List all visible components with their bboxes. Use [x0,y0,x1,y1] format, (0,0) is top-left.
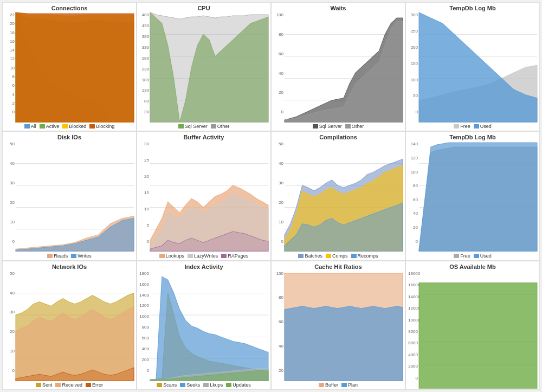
legend-item: Other [211,124,230,129]
legend-item: Free [454,124,470,129]
svg-marker-77 [419,282,537,388]
legend-label: Lkups [210,382,223,388]
legend-item: Recomps [351,253,378,259]
y-axis-label: 2000 [408,364,418,369]
y-axis-label: 0 [139,368,149,373]
y-axis-label: 480 [139,12,149,17]
legend-item: Lookups [159,253,184,259]
legend-label: Blocked [69,124,86,129]
chart-area-waits: 100806040200 [274,12,403,122]
y-axis-label: 1800 [139,271,149,276]
chart-title-indexactivity: Index Activity [184,264,223,270]
chart-indexactivity: Index Activity18001600140012001000800600… [137,261,271,390]
y-axis-label: 14000 [408,294,418,299]
chart-area-tempdb: 300250200150100500 [408,12,537,122]
legend-color-swatch [89,124,95,128]
y-axis-label: 10 [5,220,15,224]
svg-wrap-waits [285,12,403,122]
svg-wrap-indexactivity [150,271,268,381]
y-axis-networkios: 50403020100 [5,271,16,373]
chart-waits: Waits100806040200Sql ServerOther [271,2,405,131]
svg-wrap-compilations [285,142,403,251]
y-axis-label: 12000 [408,306,418,311]
y-axis-label: 1000 [139,314,149,319]
legend-tempdb: FreeUsed [454,122,492,130]
y-axis-diskios: 50403020100 [5,142,16,243]
legend-label: RAPages [228,253,248,259]
chart-area-networkios: 50403020100 [5,271,134,381]
y-axis-bufferactivity: 302520151050 [139,142,150,243]
legend-bufferactivity: LookupsLazyWritesRAPages [159,252,248,259]
y-axis-label: 10 [139,207,149,211]
legend-label: Plan [348,382,358,388]
legend-color-swatch [211,124,216,128]
legend-label: Recomps [358,253,378,259]
legend-label: Scans [163,382,177,388]
y-axis-label: 22 [5,12,15,17]
legend-label: Error [92,382,103,388]
y-axis-label: 130 [139,88,149,93]
legend-color-swatch [313,124,318,128]
y-axis-label: 0 [274,110,283,114]
legend-item: Active [40,124,60,129]
legend-color-swatch [188,254,193,258]
legend-color-swatch [40,124,45,128]
chart-connections: Connections2220181614121086420AllActiveB… [2,2,137,131]
svg-marker-7 [16,12,134,122]
legend-color-swatch [474,124,479,128]
y-axis-label: 6000 [408,340,418,345]
y-axis-label: 180 [139,78,149,82]
chart-area-tempdblogmb2: 140120100806040200 [408,142,537,251]
svg-marker-64 [150,277,268,381]
legend-color-swatch [71,254,76,258]
legend-color-swatch [226,383,231,387]
y-axis-label: 80 [408,183,418,188]
y-axis-label: 14 [5,48,15,53]
y-axis-cachehit: 10080604020 [274,271,285,373]
chart-diskios: Disk IOs50403020100ReadsWrites [2,131,137,260]
chart-tempdblogmb2: TempDb Log Mb140120100806040200FreeUsed [405,131,540,260]
legend-label: Updates [233,382,251,388]
svg-marker-13 [150,12,268,122]
y-axis-label: 30 [139,142,149,146]
legend-color-swatch [454,254,459,258]
y-axis-label: 10 [5,66,15,70]
chart-networkios: Network IOs50403020100SentReceivedError [2,261,137,390]
svg-wrap-tempdb [419,12,537,122]
legend-item: Batches [298,253,322,259]
y-axis-label: 16 [5,39,15,44]
chart-title-tempdblogmb2: TempDb Log Mb [449,134,495,140]
chart-bufferactivity: Buffer Activity302520151050LookupsLazyWr… [137,131,271,260]
y-axis-label: 600 [139,336,149,340]
chart-area-compilations: 50403020100 [274,142,403,251]
chart-area-indexactivity: 180016001400120010008006004002000 [139,271,268,381]
legend-item: Buffer [319,382,338,388]
y-axis-label: 25 [139,158,149,163]
legend-label: Used [480,124,492,129]
svg-wrap-osavailablemb [419,271,537,388]
legend-color-swatch [55,383,61,387]
legend-item: Free [454,253,470,259]
chart-title-compilations: Compilations [319,134,357,140]
y-axis-label: 0 [5,368,15,373]
legend-color-swatch [178,124,184,128]
legend-label: Blocking [96,124,114,129]
y-axis-label: 40 [5,291,15,295]
legend-color-swatch [345,124,351,128]
y-axis-label: 300 [408,12,418,17]
chart-area-connections: 2220181614121086420 [5,12,134,122]
legend-label: Batches [305,253,322,259]
y-axis-label: 20 [5,200,15,205]
legend-color-swatch [180,383,185,387]
y-axis-label: 10000 [408,318,418,323]
legend-indexactivity: ScansSeeksLkupsUpdates [157,381,251,388]
y-axis-label: 0 [408,376,418,381]
legend-color-swatch [157,383,162,387]
y-axis-compilations: 50403020100 [274,142,285,243]
legend-item: Other [345,124,364,129]
chart-title-cpu: CPU [197,5,210,11]
y-axis-label: 50 [5,271,15,276]
legend-label: All [31,124,36,129]
chart-title-osavailablemb: OS Available Mb [449,264,495,270]
y-axis-label: 4000 [408,352,418,357]
